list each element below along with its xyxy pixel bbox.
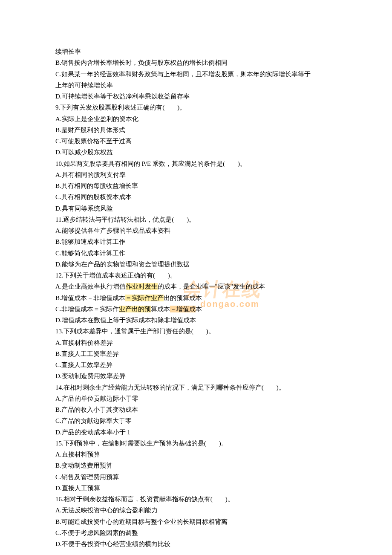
text-line: B.销售按内含增长率增长时，负债与股东权益的增长比例相同 (55, 57, 392, 68)
text-line: A.具有相同的股利支付率 (55, 169, 392, 180)
text-line: 9.下列有关发放股票股利表述正确的有( )。 (55, 102, 392, 113)
text-line: 上年的可持续增长率 (55, 80, 392, 91)
text-line: C.直接人工效率差异 (55, 359, 392, 370)
text-line: D.具有同等系统风险 (55, 203, 392, 214)
text-line: 11.逐步结转法与平行结转法相比，优点是( )。 (55, 214, 392, 225)
text-line: B.能够加速成本计算工作 (55, 236, 392, 247)
text-line: 16.相对于剩余收益指标而言，投资贡献率指标的缺点有( )。 (55, 494, 392, 505)
highlighted-text: 业产出的预 (119, 306, 151, 312)
document-body: 续增长率B.销售按内含增长率增长时，负债与股东权益的增长比例相同C.如果某一年的… (55, 46, 392, 549)
highlighted-text: ＝实际作业产 (125, 295, 164, 301)
text-line: C.产品的贡献边际率大于零 (55, 415, 392, 426)
text-line: C.可使股票价格不至于过高 (55, 136, 392, 147)
text-line: 15.下列预算中，在编制时需要以生产预算为基础的是( )。 (55, 438, 392, 449)
text-line: 12.下列关于增值成本表述正确的有( )。 (55, 270, 392, 281)
text-line: A.无法反映投资中心的综合盈利能力 (55, 505, 392, 516)
text-line: D.不便于各投资中心经营业绩的横向比较 (55, 538, 392, 549)
text-line: B.可能造成投资中心的近期目标与整个企业的长期目标相背离 (55, 516, 392, 527)
text-line: 10.如果两支股票要具有相同的 P/E 乘数，其应满足的条件是( )。 (55, 158, 392, 169)
text-line: C.能够简化成本计算工作 (55, 248, 392, 259)
text-line: B.具有相同的每股收益增长率 (55, 180, 392, 191)
text-line: B.产品的收入小于其变动成本 (55, 404, 392, 415)
text-line: B.增值成本－非增值成本＝实际作业产出的预算成本 (55, 292, 392, 304)
text-line: B.直接人工工资率差异 (55, 348, 392, 359)
text-line: D.可以减少股东权益 (55, 147, 392, 158)
text-line: D.能够为在产品的实物管理和资金管理提供数据 (55, 259, 392, 270)
text-line: B.是财产股利的具体形式 (55, 124, 392, 136)
text-line: D.产品的变动成本率小于 1 (55, 427, 392, 438)
text-line: D.可持续增长率等于权益净利率乘以收益留存率 (55, 91, 392, 102)
text-line: C.销售及管理费用预算 (55, 471, 392, 483)
text-line: D.增值成本在数值上等于实际成本扣除非增值成本 (55, 315, 392, 326)
text-line: B.变动制造费用预算 (55, 460, 392, 471)
text-line: A.产品的单位贡献边际小于零 (55, 393, 392, 404)
text-line: A.能够提供各生产步骤的半成品成本资料 (55, 225, 392, 236)
text-line: D.变动制造费用效率差异 (55, 370, 392, 382)
text-line: C.非增值成本＝实际作业产出的预算成本－增值成本 (55, 304, 392, 315)
text-line: C.如果某一年的经营效率和财务政策与上年相同，且不增发股票，则本年的实际增长率等… (55, 69, 392, 80)
text-line: A.直接材料价格差异 (55, 337, 392, 348)
highlighted-text: －增值成 (170, 306, 196, 312)
highlighted-text: 作业时发生 (126, 283, 158, 290)
text-line: 续增长率 (55, 46, 392, 57)
text-line: A.是企业高效率执行增值作业时发生的成本，是企业唯一"应该"发生的成本 (55, 281, 392, 292)
text-line: C.具有相同的股权资本成本 (55, 191, 392, 202)
text-line: D.直接人工预算 (55, 483, 392, 494)
text-line: 13.下列成本差异中，通常属于生产部门责任的是( )。 (55, 326, 392, 337)
text-line: A.实际上是企业盈利的资本化 (55, 113, 392, 124)
text-line: 14.在相对剩余生产经营能力无法转移的情况下，满足下列哪种条件应停产( )。 (55, 382, 392, 393)
text-line: A.直接材料预算 (55, 449, 392, 460)
text-line: C.不便于考虑风险因素的调整 (55, 527, 392, 538)
